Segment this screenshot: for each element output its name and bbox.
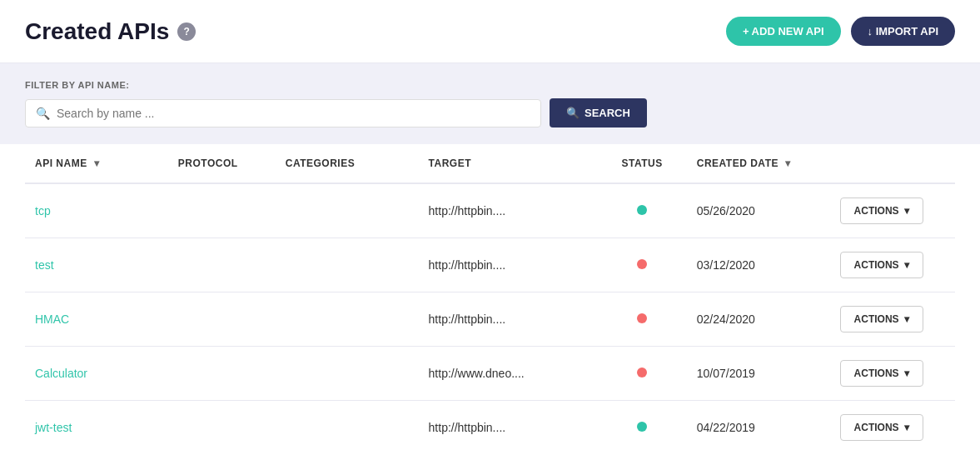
cell-actions: ACTIONS ▾ — [830, 183, 955, 238]
cell-protocol — [168, 292, 276, 347]
status-dot — [637, 313, 647, 323]
search-input-wrapper: 🔍 — [25, 99, 541, 128]
api-name-link[interactable]: HMAC — [35, 312, 69, 326]
cell-status — [597, 347, 686, 401]
apis-table: API NAME ▾ PROTOCOL CATEGORIES TARGET ST… — [25, 144, 955, 450]
cell-protocol — [168, 401, 276, 451]
cell-actions: ACTIONS ▾ — [830, 292, 955, 347]
col-header-protocol: PROTOCOL — [168, 144, 276, 183]
table-row: HMAC http://httpbin.... 02/24/2020 ACTIO… — [25, 292, 955, 347]
api-name-link[interactable]: tcp — [35, 204, 51, 218]
cell-actions: ACTIONS ▾ — [830, 401, 955, 451]
cell-api-name: Calculator — [25, 347, 168, 401]
cell-api-name: HMAC — [25, 292, 168, 347]
created-date-sort-icon: ▾ — [785, 158, 791, 169]
col-header-actions — [830, 144, 955, 183]
actions-chevron-icon: ▾ — [904, 313, 909, 325]
header-left: Created APIs ? — [25, 18, 196, 45]
table-header-row: API NAME ▾ PROTOCOL CATEGORIES TARGET ST… — [25, 144, 955, 183]
col-header-created-date[interactable]: CREATED DATE ▾ — [687, 144, 830, 183]
cell-target: http://httpbin.... — [419, 401, 598, 451]
cell-categories — [276, 183, 419, 238]
actions-label: ACTIONS — [854, 259, 899, 271]
col-header-status: STATUS — [597, 144, 686, 183]
import-api-button[interactable]: ↓ IMPORT API — [851, 17, 955, 46]
api-name-link[interactable]: Calculator — [35, 367, 87, 380]
cell-status — [597, 292, 686, 347]
actions-label: ACTIONS — [854, 313, 899, 325]
status-dot — [637, 422, 647, 432]
header-buttons: + ADD NEW API ↓ IMPORT API — [726, 17, 955, 46]
actions-chevron-icon: ▾ — [904, 422, 909, 433]
cell-api-name: tcp — [25, 183, 168, 238]
actions-chevron-icon: ▾ — [904, 368, 909, 379]
cell-target: http://httpbin.... — [419, 183, 598, 238]
cell-categories — [276, 401, 419, 451]
cell-api-name: jwt-test — [25, 401, 168, 451]
cell-actions: ACTIONS ▾ — [830, 238, 955, 292]
status-dot — [637, 259, 647, 269]
cell-actions: ACTIONS ▾ — [830, 347, 955, 401]
cell-api-name: test — [25, 238, 168, 292]
actions-label: ACTIONS — [854, 368, 899, 379]
search-button[interactable]: 🔍 SEARCH — [550, 98, 647, 128]
actions-chevron-icon: ▾ — [904, 205, 909, 217]
actions-button[interactable]: ACTIONS ▾ — [840, 360, 923, 387]
table-row: Calculator http://www.dneo.... 10/07/201… — [25, 347, 955, 401]
cell-created-date: 02/24/2020 — [687, 292, 830, 347]
cell-created-date: 04/22/2019 — [687, 401, 830, 451]
table-row: test http://httpbin.... 03/12/2020 ACTIO… — [25, 238, 955, 292]
cell-status — [597, 238, 686, 292]
help-icon[interactable]: ? — [177, 22, 196, 41]
api-name-link[interactable]: jwt-test — [35, 421, 72, 434]
cell-categories — [276, 292, 419, 347]
status-dot — [637, 368, 647, 378]
api-name-sort-icon: ▾ — [94, 158, 100, 169]
page-title: Created APIs — [25, 18, 169, 45]
col-header-api-name[interactable]: API NAME ▾ — [25, 144, 168, 183]
actions-button[interactable]: ACTIONS ▾ — [840, 198, 923, 224]
api-name-link[interactable]: test — [35, 258, 54, 272]
actions-label: ACTIONS — [854, 422, 899, 433]
table-row: jwt-test http://httpbin.... 04/22/2019 A… — [25, 401, 955, 451]
filter-section: FILTER BY API NAME: 🔍 🔍 SEARCH — [0, 63, 980, 144]
search-button-label: SEARCH — [585, 107, 630, 119]
col-header-categories: CATEGORIES — [276, 144, 419, 183]
search-button-icon: 🔍 — [566, 107, 580, 119]
actions-label: ACTIONS — [854, 205, 899, 217]
cell-target: http://www.dneo.... — [419, 347, 598, 401]
search-row: 🔍 🔍 SEARCH — [25, 98, 955, 128]
search-input[interactable] — [57, 107, 530, 120]
cell-status — [597, 401, 686, 451]
cell-categories — [276, 347, 419, 401]
cell-target: http://httpbin.... — [419, 292, 598, 347]
col-header-target: TARGET — [419, 144, 598, 183]
add-new-api-button[interactable]: + ADD NEW API — [726, 17, 841, 46]
cell-protocol — [168, 238, 276, 292]
cell-categories — [276, 238, 419, 292]
cell-created-date: 05/26/2020 — [687, 183, 830, 238]
actions-chevron-icon: ▾ — [904, 259, 909, 271]
cell-created-date: 10/07/2019 — [687, 347, 830, 401]
search-icon: 🔍 — [36, 107, 50, 120]
actions-button[interactable]: ACTIONS ▾ — [840, 252, 923, 278]
table-row: tcp http://httpbin.... 05/26/2020 ACTION… — [25, 183, 955, 238]
table-container: API NAME ▾ PROTOCOL CATEGORIES TARGET ST… — [0, 144, 980, 450]
filter-label: FILTER BY API NAME: — [25, 80, 955, 90]
cell-target: http://httpbin.... — [419, 238, 598, 292]
actions-button[interactable]: ACTIONS ▾ — [840, 414, 923, 441]
cell-status — [597, 183, 686, 238]
cell-protocol — [168, 183, 276, 238]
cell-created-date: 03/12/2020 — [687, 238, 830, 292]
page-header: Created APIs ? + ADD NEW API ↓ IMPORT AP… — [0, 0, 980, 63]
actions-button[interactable]: ACTIONS ▾ — [840, 306, 923, 332]
cell-protocol — [168, 347, 276, 401]
status-dot — [637, 205, 647, 215]
